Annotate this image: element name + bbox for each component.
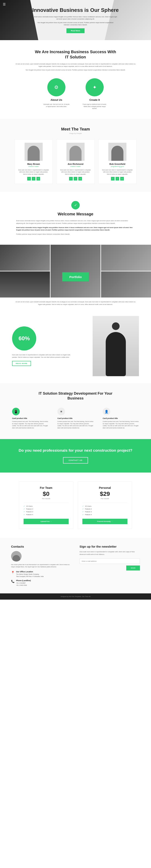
it-card-title-0: Card product title — [12, 417, 48, 420]
team-member-image-1 — [67, 143, 84, 161]
sixty-text: Duis aute irure dolor in reprehenderit i… — [12, 354, 73, 359]
linkedin-icon-2[interactable]: in — [120, 177, 124, 181]
pricing-price-team: $0 — [24, 490, 69, 497]
newsletter-sign-button[interactable]: SIGN — [126, 565, 140, 570]
it-card-icon-0: 📱 — [12, 408, 20, 415]
team-member-role-2: programming guru — [102, 165, 133, 167]
phone-icon: 📞 — [11, 580, 15, 583]
newsletter-email-input[interactable] — [79, 558, 140, 564]
it-card-icon-2: 👤 — [103, 408, 110, 415]
team-subtitle: Image by Freepik — [6, 132, 145, 134]
create-it-item: ✦ Create It Fusce eget ex eleifend lorem… — [81, 78, 108, 110]
portfolio-section: Portfolio Ut sem at nisl ornare, quis mo… — [0, 245, 151, 309]
portfolio-cell-3 — [101, 245, 151, 271]
check-icon-personal-3: ✓ — [82, 514, 84, 516]
sixty-read-more-button[interactable]: READ MORE — [12, 361, 31, 366]
check-icon-team-3: ✓ — [24, 514, 25, 516]
it-solution-grid: 📱 Card product title Content product tex… — [10, 406, 141, 431]
team-title: Meet The Team — [6, 127, 145, 131]
pricing-feature-personal-0: ✓ 10 Users — [82, 505, 127, 507]
check-icon-personal-1: ✓ — [82, 508, 84, 510]
business-paragraph2: Non feugiat nisl pretium fusce id justo … — [14, 69, 137, 71]
portfolio-cell-4 — [0, 271, 50, 298]
team-member-role-0: creative leader — [18, 165, 49, 167]
linkedin-icon-1[interactable]: in — [78, 177, 82, 181]
team-card-1: Ann Richmond creative leader Duis aute i… — [56, 139, 95, 184]
newsletter-title: Sign up for the newsletter — [79, 545, 140, 548]
create-it-circle[interactable]: ✦ — [85, 78, 104, 96]
pricing-feature-personal-1: ✓ Feature 2 — [82, 508, 127, 510]
address-value: The Interior Design Studio Company, Tide… — [16, 573, 44, 578]
hero-paragraph2: Non feugiat nisl pretium fusce id justo … — [37, 22, 114, 26]
check-icon-personal-0: ✓ — [82, 505, 84, 507]
twitter-icon-1[interactable]: t — [74, 177, 77, 181]
pricing-period-team: Per Month — [24, 498, 69, 500]
hero-section: ☰ Innovative Business is Our Sphere Amet… — [0, 0, 151, 40]
contact-us-button[interactable]: CONTACT US — [63, 457, 88, 464]
team-member-desc-2: Duis aute irure dolor in reprehenderit i… — [102, 169, 133, 176]
it-card-icon-1: ☀ — [57, 408, 65, 415]
team-member-name-2: Bob Greenfield — [102, 163, 133, 165]
pricing-period-personal: Per Month — [82, 498, 127, 500]
location-icon: 📍 — [11, 571, 15, 574]
twitter-icon-2[interactable]: t — [116, 177, 119, 181]
about-us-item: ⚙ About Us Venenatis sed. Sed at id orci… — [43, 78, 70, 110]
linkedin-icon-0[interactable]: in — [36, 177, 40, 181]
welcome-section: ✓ Welcome Message Amet luctus venenatis … — [0, 192, 151, 245]
welcome-paragraph3: Porttitor pulvinar neque laoreet suspen … — [16, 233, 135, 236]
sixty-section: 60% Duis aute irure dolor in reprehender… — [0, 309, 151, 383]
facebook-icon-2[interactable]: f — [111, 177, 115, 181]
portfolio-description: Ut sem at nisl ornare, quis molestit ven… — [0, 298, 151, 309]
team-member-name-1: Ann Richmond — [60, 163, 91, 165]
portfolio-overlay[interactable]: Portfolio — [62, 272, 89, 281]
pricing-feature-team-0: ✓ 10 Users — [24, 505, 69, 507]
hamburger-menu[interactable]: ☰ — [3, 2, 6, 6]
team-member-social-0: f t in — [18, 177, 49, 181]
footer-text: Designed by Wix Free Templates. See Them… — [60, 596, 91, 597]
it-solution-section: IT Solution Strategy Development For You… — [0, 383, 151, 439]
portfolio-cell-2 — [51, 245, 100, 298]
it-card-2: 👤 Card product title Content product tex… — [101, 406, 141, 431]
phone-label: Phone (Landline) — [16, 580, 31, 582]
sixty-right-image — [93, 316, 139, 376]
pricing-feature-team-3: ✓ Feature 4 — [24, 514, 69, 516]
portfolio-grid — [0, 245, 151, 298]
team-members-row: Mary Brown creative leader Duis aute iru… — [6, 139, 145, 184]
welcome-title: Welcome Message — [16, 212, 135, 216]
about-us-desc: Venenatis sed. Sed at id orci sit. Ut ia… — [43, 103, 70, 107]
sixty-left: 60% Duis aute irure dolor in reprehender… — [12, 327, 86, 366]
twitter-icon-0[interactable]: t — [32, 177, 35, 181]
it-card-title-1: Card product title — [57, 417, 94, 420]
business-section: We Are Increasing Business Success With … — [0, 40, 151, 119]
team-member-desc-1: Duis aute irure dolor in reprehenderit i… — [60, 169, 91, 176]
contacts-right: Sign up for the newsletter Duis aute iru… — [79, 545, 140, 586]
check-icon-team-1: ✓ — [24, 508, 25, 510]
business-paragraph1: Ut sem at nisl ornare, quis molestit ven… — [14, 63, 137, 68]
pricing-feature-team-2: ✓ Feature 3 — [24, 511, 69, 513]
facebook-icon-0[interactable]: f — [27, 177, 31, 181]
team-member-social-2: f t in — [102, 177, 133, 181]
welcome-paragraph2: Amet luctus venenatis lectus magna fring… — [16, 226, 135, 231]
upload-free-button[interactable]: Upload Free → — [24, 519, 69, 524]
address-label: Our Office Location — [16, 571, 44, 573]
hero-read-more-button[interactable]: Read More — [67, 28, 84, 33]
business-title: We Are Increasing Business Success With … — [33, 49, 118, 60]
portfolio-cell-5 — [101, 271, 151, 298]
pricing-feature-team-1: ✓ Feature 2 — [24, 508, 69, 510]
check-icon-personal-2: ✓ — [82, 511, 84, 513]
contact-address-row: 📍 Our Office Location The Interior Desig… — [11, 571, 72, 578]
check-icon-team-0: ✓ — [24, 505, 25, 507]
proceed-annually-button[interactable]: Proceed Annually → — [82, 519, 127, 524]
pricing-card-team: For Team $0 Per Month ✓ 10 Users ✓ Featu… — [19, 482, 73, 529]
mobile-icon: 📱 — [14, 410, 18, 413]
create-it-desc: Fusce eget ex eleifend lorem sit amet. M… — [81, 103, 108, 110]
welcome-paragraph1: Amet luctus venenatis lectus magna fring… — [16, 220, 135, 225]
team-member-name-0: Mary Brown — [18, 163, 49, 165]
create-it-label: Create It — [90, 98, 100, 101]
business-circles-row: ⚙ About Us Venenatis sed. Sed at id orci… — [14, 78, 137, 110]
it-card-0: 📱 Card product title Content product tex… — [10, 406, 50, 431]
facebook-icon-1[interactable]: f — [69, 177, 73, 181]
pricing-feature-personal-2: ✓ Feature 3 — [82, 511, 127, 513]
it-card-1: ☀ Card product title Content product tex… — [55, 406, 96, 431]
about-us-circle[interactable]: ⚙ — [47, 78, 66, 96]
